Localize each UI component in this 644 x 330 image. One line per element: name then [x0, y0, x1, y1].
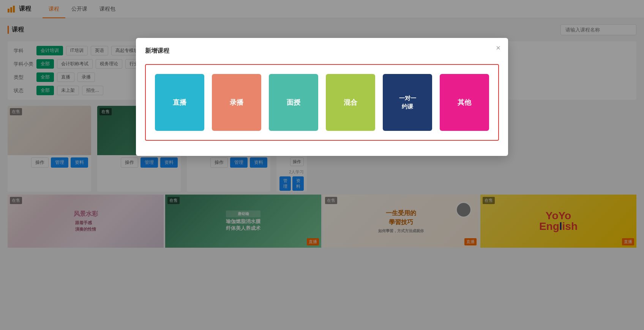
type-card-recorded-label: 录播	[230, 98, 243, 107]
type-card-mixed[interactable]: 混合	[326, 74, 375, 131]
modal-title: 新增课程	[145, 47, 499, 55]
type-card-recorded[interactable]: 录播	[212, 74, 261, 131]
modal-close-button[interactable]: ×	[496, 44, 500, 52]
type-card-one-on-one[interactable]: 一对一约课	[383, 74, 432, 131]
type-card-other-label: 其他	[458, 98, 471, 107]
type-card-live-label: 直播	[173, 98, 186, 107]
type-card-other[interactable]: 其他	[440, 74, 489, 131]
type-card-mixed-label: 混合	[344, 98, 357, 107]
modal-overlay[interactable]: 新增课程 × 直播 录播 面授 混合 一对一约课 其他	[0, 0, 644, 330]
type-card-one-on-one-label: 一对一约课	[399, 94, 416, 111]
course-type-selection: 直播 录播 面授 混合 一对一约课 其他	[145, 64, 499, 141]
modal-new-course: 新增课程 × 直播 录播 面授 混合 一对一约课 其他	[136, 38, 508, 156]
type-card-offline[interactable]: 面授	[269, 74, 318, 131]
type-card-live[interactable]: 直播	[155, 74, 204, 131]
type-card-offline-label: 面授	[287, 98, 300, 107]
